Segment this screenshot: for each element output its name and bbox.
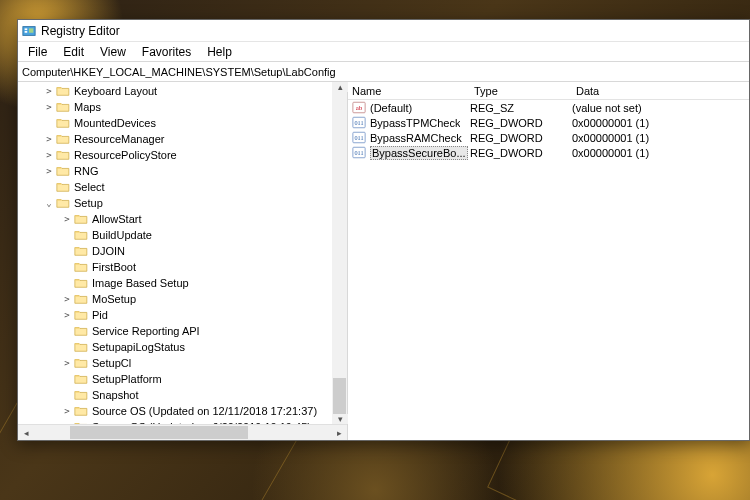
value-name: (Default): [370, 102, 412, 114]
scroll-down-button[interactable]: ▾: [332, 414, 348, 424]
scroll-up-button[interactable]: ▴: [332, 82, 348, 92]
tree-node-label: Keyboard Layout: [74, 85, 157, 97]
tree-node[interactable]: >Source OS (Updated on 6/20/2019 10:19:4…: [20, 419, 332, 424]
menu-help[interactable]: Help: [199, 42, 240, 61]
tree-node[interactable]: BuildUpdate: [20, 227, 332, 243]
hscroll-thumb[interactable]: [70, 426, 248, 439]
value-data: 0x00000001 (1): [572, 147, 749, 159]
dword-value-icon: 011: [352, 131, 366, 144]
expand-icon[interactable]: >: [62, 358, 72, 368]
expand-icon[interactable]: >: [62, 214, 72, 224]
tree-node[interactable]: SetupapiLogStatus: [20, 339, 332, 355]
tree-node[interactable]: MountedDevices: [20, 115, 332, 131]
tree-node[interactable]: >ResourceManager: [20, 131, 332, 147]
tree-node[interactable]: >RNG: [20, 163, 332, 179]
scroll-right-button[interactable]: ▸: [331, 425, 347, 440]
tree-node-label: Source OS (Updated on 12/11/2018 17:21:3…: [92, 405, 317, 417]
tree-pane: >Keyboard Layout>MapsMountedDevices>Reso…: [18, 82, 348, 440]
menu-favorites[interactable]: Favorites: [134, 42, 199, 61]
tree-node-label: Service Reporting API: [92, 325, 200, 337]
dword-value-icon: 011: [352, 146, 366, 159]
folder-icon: [74, 293, 88, 305]
tree-node[interactable]: Image Based Setup: [20, 275, 332, 291]
folder-icon: [74, 357, 88, 369]
menu-file[interactable]: File: [20, 42, 55, 61]
tree-node[interactable]: >AllowStart: [20, 211, 332, 227]
value-row[interactable]: 011BypassRAMCheckREG_DWORD0x00000001 (1): [352, 130, 749, 145]
address-bar[interactable]: Computer\HKEY_LOCAL_MACHINE\SYSTEM\Setup…: [18, 62, 749, 82]
folder-icon: [56, 197, 70, 209]
vertical-scrollbar[interactable]: ▴ ▾: [332, 82, 347, 424]
expand-icon[interactable]: >: [44, 150, 54, 160]
content-panes: >Keyboard Layout>MapsMountedDevices>Reso…: [18, 82, 749, 440]
folder-icon: [74, 213, 88, 225]
tree-node-label: ResourceManager: [74, 133, 165, 145]
tree-node[interactable]: >SetupCl: [20, 355, 332, 371]
tree-node[interactable]: >Maps: [20, 99, 332, 115]
tree-node[interactable]: Select: [20, 179, 332, 195]
tree-node-label: SetupPlatform: [92, 373, 162, 385]
tree-node[interactable]: SetupPlatform: [20, 371, 332, 387]
column-header-name[interactable]: Name: [352, 85, 474, 97]
expand-icon[interactable]: >: [62, 422, 72, 424]
tree-node-label: Maps: [74, 101, 101, 113]
svg-text:011: 011: [355, 120, 364, 126]
scroll-thumb[interactable]: [333, 378, 346, 414]
column-headers[interactable]: Name Type Data: [348, 82, 749, 100]
column-header-data[interactable]: Data: [576, 85, 749, 97]
menu-edit[interactable]: Edit: [55, 42, 92, 61]
tree-node[interactable]: Snapshot: [20, 387, 332, 403]
expand-icon[interactable]: >: [44, 102, 54, 112]
value-name: BypassRAMCheck: [370, 132, 462, 144]
tree-node[interactable]: >Source OS (Updated on 12/11/2018 17:21:…: [20, 403, 332, 419]
tree-node[interactable]: Service Reporting API: [20, 323, 332, 339]
tree-node[interactable]: ⌄Setup: [20, 195, 332, 211]
hscroll-track[interactable]: [34, 425, 331, 440]
value-name: BypassTPMCheck: [370, 117, 460, 129]
value-name: BypassSecureBo...: [370, 146, 468, 160]
tree-view[interactable]: >Keyboard Layout>MapsMountedDevices>Reso…: [18, 82, 332, 424]
values-list[interactable]: ab(Default)REG_SZ(value not set)011Bypas…: [348, 100, 749, 160]
expand-icon[interactable]: >: [44, 134, 54, 144]
expand-icon[interactable]: >: [44, 166, 54, 176]
tree-node[interactable]: >Keyboard Layout: [20, 83, 332, 99]
folder-icon: [56, 101, 70, 113]
tree-node[interactable]: >Pid: [20, 307, 332, 323]
tree-node-label: MountedDevices: [74, 117, 156, 129]
folder-icon: [74, 341, 88, 353]
horizontal-scrollbar[interactable]: ◂ ▸: [18, 424, 347, 440]
tree-node-label: AllowStart: [92, 213, 142, 225]
tree-node-label: Image Based Setup: [92, 277, 189, 289]
value-row[interactable]: 011BypassSecureBo...REG_DWORD0x00000001 …: [352, 145, 749, 160]
folder-icon: [74, 229, 88, 241]
tree-node[interactable]: >MoSetup: [20, 291, 332, 307]
tree-node[interactable]: >ResourcePolicyStore: [20, 147, 332, 163]
tree-node-label: SetupapiLogStatus: [92, 341, 185, 353]
expand-icon[interactable]: >: [44, 86, 54, 96]
expand-icon[interactable]: >: [62, 310, 72, 320]
expander-spacer: [62, 230, 72, 240]
values-pane: Name Type Data ab(Default)REG_SZ(value n…: [348, 82, 749, 440]
folder-icon: [56, 149, 70, 161]
column-header-type[interactable]: Type: [474, 85, 576, 97]
collapse-icon[interactable]: ⌄: [44, 198, 54, 208]
expand-icon[interactable]: >: [62, 406, 72, 416]
scroll-track[interactable]: [332, 92, 347, 414]
regedit-icon: [22, 24, 36, 38]
svg-rect-3: [29, 28, 33, 32]
tree-node[interactable]: DJOIN: [20, 243, 332, 259]
tree-node-label: RNG: [74, 165, 98, 177]
scroll-left-button[interactable]: ◂: [18, 425, 34, 440]
expander-spacer: [62, 278, 72, 288]
titlebar[interactable]: Registry Editor: [18, 20, 749, 42]
folder-icon: [74, 277, 88, 289]
value-row[interactable]: 011BypassTPMCheckREG_DWORD0x00000001 (1): [352, 115, 749, 130]
expander-spacer: [44, 118, 54, 128]
value-row[interactable]: ab(Default)REG_SZ(value not set): [352, 100, 749, 115]
value-data: 0x00000001 (1): [572, 132, 749, 144]
menu-view[interactable]: View: [92, 42, 134, 61]
folder-icon: [56, 117, 70, 129]
tree-node[interactable]: FirstBoot: [20, 259, 332, 275]
expand-icon[interactable]: >: [62, 294, 72, 304]
expander-spacer: [62, 342, 72, 352]
